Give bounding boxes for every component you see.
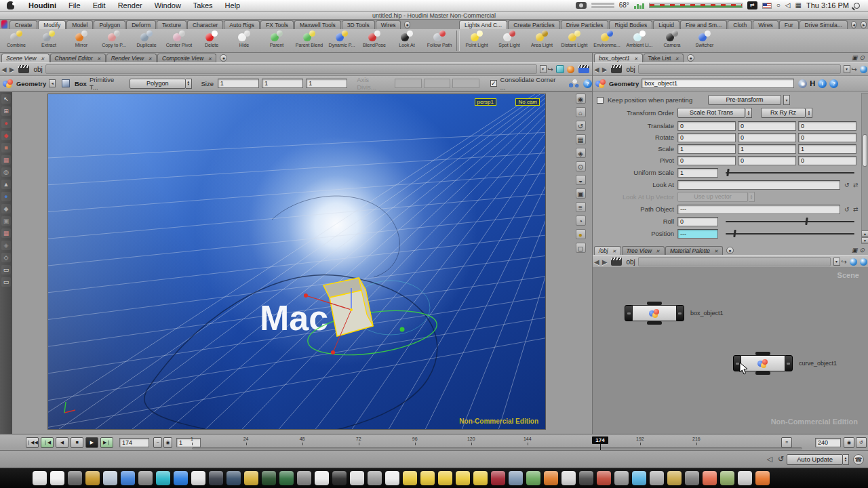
dock-icon-19[interactable] bbox=[368, 471, 382, 485]
dock-icon-6[interactable] bbox=[138, 471, 153, 485]
current-frame-badge[interactable]: 174 bbox=[592, 436, 608, 444]
shelf-tab-modify[interactable]: Modify bbox=[38, 20, 66, 29]
shelf-tool-ambient-li[interactable]: Ambient Li... bbox=[623, 29, 656, 52]
forward-arrow-icon[interactable]: ▶ bbox=[9, 66, 15, 73]
scale-x-field[interactable]: 1 bbox=[677, 144, 736, 154]
scale-z-field[interactable]: 1 bbox=[798, 144, 856, 154]
viewport-view-icon-10[interactable]: ● bbox=[576, 229, 586, 239]
pretransform-dropdown-icon[interactable]: ▾ bbox=[783, 95, 790, 105]
timeline-tick[interactable]: 48 bbox=[292, 436, 313, 441]
viewport-view-icon-8[interactable]: ≡ bbox=[576, 202, 586, 212]
op-collapse-button[interactable]: ◂ bbox=[49, 79, 56, 87]
rotate-x-field[interactable]: 0 bbox=[677, 133, 736, 142]
viewport-view-icon-0[interactable]: ◉ bbox=[576, 94, 586, 104]
dock-icon-3[interactable] bbox=[85, 471, 100, 485]
material-ball-icon[interactable] bbox=[567, 66, 574, 73]
dock-icon-7[interactable] bbox=[156, 471, 170, 485]
close-icon[interactable]: ✕ bbox=[675, 54, 679, 63]
viewport-tool-icon-8[interactable]: ● bbox=[1, 192, 11, 201]
node-output-connector[interactable] bbox=[647, 321, 662, 325]
size-x-field[interactable]: 1 bbox=[218, 79, 259, 88]
left-path-text[interactable]: obj bbox=[32, 66, 42, 73]
split-pane-icon[interactable]: ⊙ bbox=[859, 54, 865, 61]
viewport-canvas[interactable]: Mac persp1 No cam Non-Commercial Edition bbox=[47, 94, 546, 430]
shelf-tab-rigid-bodies[interactable]: Rigid Bodies bbox=[609, 20, 652, 29]
shelf-tab-create[interactable]: Create bbox=[9, 20, 38, 29]
dock-icon-33[interactable] bbox=[614, 471, 629, 485]
add-pane-tab-button[interactable]: ● bbox=[687, 54, 694, 62]
shelf-tool-hide[interactable]: Hide bbox=[228, 29, 260, 52]
forward-arrow-icon[interactable]: ▶ bbox=[602, 66, 608, 73]
dock-icon-14[interactable] bbox=[279, 471, 294, 485]
dock-icon-40[interactable] bbox=[738, 471, 752, 485]
dock-icon-35[interactable] bbox=[650, 471, 664, 485]
dock-icon-25[interactable] bbox=[473, 471, 488, 485]
right-path-dropdown-icon[interactable]: ▾ bbox=[844, 65, 850, 73]
viewport-tool-icon-13[interactable]: ◇ bbox=[1, 253, 11, 262]
shelf-tool-extract[interactable]: Extract bbox=[33, 29, 65, 52]
shelf-tab-create-particles[interactable]: Create Particles bbox=[508, 20, 559, 29]
shelf-tool-switcher[interactable]: Switcher bbox=[688, 29, 721, 52]
temperature-reading[interactable]: 68° bbox=[619, 2, 629, 9]
open-chooser-icon[interactable]: ↺ bbox=[844, 206, 850, 213]
shelf-tool-parent-blend[interactable]: Parent Blend bbox=[293, 29, 326, 52]
dock-icon-8[interactable] bbox=[174, 471, 188, 485]
shelf-tool-blendpose[interactable]: BlendPose bbox=[358, 29, 391, 52]
shelf-scroll-left-button[interactable]: ◂ bbox=[851, 21, 857, 28]
path-object-field[interactable]: --- bbox=[677, 205, 840, 214]
dock-icon-4[interactable] bbox=[103, 471, 117, 485]
shelf-tab-wires[interactable]: Wires bbox=[376, 20, 401, 29]
viewport-tool-icon-0[interactable]: ↖ bbox=[1, 94, 11, 104]
shelf-tab-model[interactable]: Model bbox=[66, 20, 93, 29]
sync-ball-icon[interactable] bbox=[860, 66, 867, 73]
shelf-tool-copy-to-p[interactable]: Copy to P... bbox=[98, 29, 130, 52]
viewport-view-icon-5[interactable]: ⊙ bbox=[576, 161, 586, 171]
dock-icon-32[interactable] bbox=[597, 471, 611, 485]
shelf-tool-area-light[interactable]: Area Light bbox=[526, 29, 558, 52]
recook-icon[interactable]: ↺ bbox=[778, 455, 784, 464]
shelf-scroll-right-button[interactable]: ▸ bbox=[861, 21, 867, 28]
phone-home-icon[interactable]: ☎ bbox=[853, 454, 864, 465]
auto-update-spinner[interactable]: ▲▼ bbox=[843, 454, 849, 465]
network-editor-canvas[interactable]: Scene box_object1 curve_o bbox=[593, 267, 868, 434]
dock-icon-2[interactable] bbox=[68, 471, 82, 485]
dock-icon-0[interactable] bbox=[33, 471, 47, 485]
shelf-tab-polygon[interactable]: Polygon bbox=[94, 20, 125, 29]
dock-icon-41[interactable] bbox=[755, 471, 770, 485]
shelf-tool-distant-light[interactable]: Distant Light bbox=[558, 29, 591, 52]
shelf-tab-maxwell-tools[interactable]: Maxwell Tools bbox=[294, 20, 341, 29]
node-input-connector[interactable] bbox=[755, 352, 770, 355]
open-chooser-icon[interactable]: ↺ bbox=[844, 182, 850, 188]
shelf-tool-follow-path[interactable]: Follow Path bbox=[423, 29, 456, 52]
playbar-mode-button[interactable]: ◉ bbox=[844, 437, 854, 448]
dock-icon-13[interactable] bbox=[262, 471, 276, 485]
dock-icon-39[interactable] bbox=[720, 471, 734, 485]
timeline-tick[interactable]: 120 bbox=[461, 436, 481, 441]
activity-graph-icon[interactable] bbox=[649, 3, 743, 8]
auto-update-dropdown[interactable]: Auto Update bbox=[787, 454, 843, 465]
dock-icon-21[interactable] bbox=[403, 471, 417, 485]
viewport-view-icon-11[interactable]: ◻ bbox=[576, 243, 586, 253]
timeline-tick[interactable]: 192 bbox=[630, 436, 650, 441]
dock-icon-29[interactable] bbox=[544, 471, 558, 485]
add-pane-tab-button[interactable]: ● bbox=[220, 54, 227, 62]
shelf-tool-center-pivot[interactable]: Center Pivot bbox=[163, 29, 195, 52]
viewport-help-icon[interactable]: ? bbox=[583, 79, 592, 88]
viewport-view-icon-6[interactable]: ◒ bbox=[576, 175, 586, 185]
node-output-connector[interactable] bbox=[755, 371, 770, 375]
timeline-tick[interactable]: 96 bbox=[405, 436, 425, 441]
dock-icon-1[interactable] bbox=[50, 471, 64, 485]
viewport-view-icon-2[interactable]: ↺ bbox=[576, 121, 586, 131]
window-titlebar[interactable]: untitled.hip - Houdini Master Non-Commer… bbox=[0, 12, 868, 20]
shelf-tool-point-light[interactable]: Point Light bbox=[460, 29, 493, 52]
tab-tree-view[interactable]: Tree View ✕ bbox=[622, 246, 665, 255]
go-start-button[interactable]: ❘◀◀ bbox=[26, 437, 39, 448]
calendar-icon[interactable]: ▦ bbox=[795, 2, 802, 9]
viewport-tool-icon-2[interactable]: ● bbox=[1, 119, 11, 128]
houdini-h-button[interactable]: H bbox=[810, 79, 815, 87]
timeline-tick[interactable]: 1 bbox=[182, 436, 202, 441]
scroll-step-up[interactable]: ▲ bbox=[861, 230, 868, 237]
network-path-text[interactable]: obj bbox=[625, 258, 635, 266]
node-body[interactable] bbox=[632, 305, 677, 321]
node-input-connector[interactable] bbox=[647, 302, 662, 305]
